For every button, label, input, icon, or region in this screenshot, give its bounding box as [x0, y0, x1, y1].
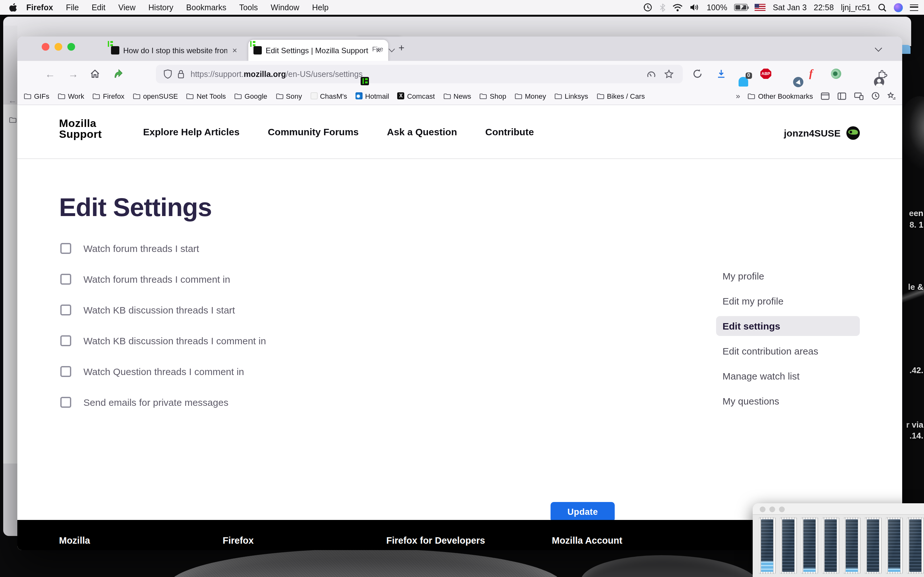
bookmark-folder-money[interactable]: Money: [515, 92, 546, 100]
menu-edit[interactable]: Edit: [86, 3, 112, 12]
home-icon[interactable]: [90, 69, 100, 79]
meter-window-titlebar[interactable]: [753, 503, 924, 515]
bookmark-folder-opensuse[interactable]: openSUSE: [133, 92, 178, 100]
footer-col-firefox[interactable]: Firefox: [223, 535, 386, 546]
back-arrow-icon[interactable]: ←: [8, 95, 17, 105]
sidebar-item-my-profile[interactable]: My profile: [716, 266, 860, 286]
menu-help[interactable]: Help: [306, 3, 335, 12]
nav-community-forums[interactable]: Community Forums: [268, 126, 359, 137]
checkbox-send-emails-private-messages[interactable]: [60, 397, 71, 408]
siri-icon[interactable]: [894, 3, 903, 12]
back-button[interactable]: ←: [45, 68, 55, 80]
lock-icon[interactable]: [177, 69, 185, 79]
tab-edit-settings[interactable]: Edit Settings | Mozilla Support ×: [248, 40, 388, 61]
green-eye-extension-icon[interactable]: [831, 69, 841, 79]
volume-icon[interactable]: [690, 3, 700, 11]
reload-icon[interactable]: [692, 69, 703, 79]
menubar-date[interactable]: Sat Jan 3: [773, 3, 807, 12]
shield-icon[interactable]: [164, 69, 172, 79]
background-tab-label[interactable]: Fire: [372, 45, 388, 53]
other-bookmarks[interactable]: Other Bookmarks: [748, 92, 813, 100]
update-button[interactable]: Update: [551, 502, 615, 520]
bookmark-folder-bikes-cars[interactable]: Bikes / Cars: [596, 92, 645, 100]
forward-button[interactable]: →: [68, 68, 78, 80]
tab-manager-icon[interactable]: [821, 92, 830, 100]
menu-tools[interactable]: Tools: [233, 3, 264, 12]
bookmark-chasms[interactable]: ChasM's: [310, 92, 347, 100]
tab-how-do-i-stop[interactable]: How do I stop this website from ×: [106, 40, 244, 61]
mozilla-support-logo[interactable]: Mozilla Support: [59, 118, 102, 140]
bookmark-folder-work[interactable]: Work: [58, 92, 84, 100]
menu-view[interactable]: View: [112, 3, 142, 12]
download-icon[interactable]: [716, 69, 726, 79]
bookmark-folder-linksys[interactable]: Linksys: [554, 92, 588, 100]
sidebar-item-manage-watch-list[interactable]: Manage watch list: [716, 366, 860, 386]
footer-col-firefox-developers[interactable]: Firefox for Developers: [386, 535, 552, 546]
bookmark-star-icon[interactable]: [664, 69, 674, 79]
sidebar-item-edit-contribution-areas[interactable]: Edit contribution areas: [716, 341, 860, 361]
bookmark-folder-sony[interactable]: Sony: [276, 92, 302, 100]
cursor-extension-icon[interactable]: [793, 77, 803, 87]
adblock-plus-icon[interactable]: ABP: [760, 69, 771, 79]
sidebar-item-my-questions[interactable]: My questions: [716, 391, 860, 411]
menu-window[interactable]: Window: [264, 3, 306, 12]
tab-close-icon[interactable]: ×: [232, 45, 237, 55]
url-bar[interactable]: https://support.mozilla.org/en-US/users/…: [156, 65, 683, 83]
notification-center-icon[interactable]: [910, 4, 918, 11]
bookmark-folder-google[interactable]: Google: [234, 92, 267, 100]
meter-column[interactable]: [907, 517, 924, 574]
ghostery-icon[interactable]: 0: [738, 77, 748, 87]
bookmark-folder-net-tools[interactable]: Net Tools: [186, 92, 226, 100]
flash-extension-icon[interactable]: f: [809, 69, 813, 79]
history-clock-icon[interactable]: [871, 92, 880, 100]
tab-favicon-sumo[interactable]: [360, 77, 369, 85]
meter-column[interactable]: [885, 517, 903, 574]
checkbox-watch-forum-threads-start[interactable]: [60, 243, 71, 254]
time-machine-icon[interactable]: [643, 3, 653, 12]
devices-sync-icon[interactable]: [854, 92, 864, 100]
inactive-zoom-button[interactable]: [779, 506, 785, 512]
nav-contribute[interactable]: Contribute: [485, 126, 534, 137]
minimize-button[interactable]: [55, 43, 62, 51]
nav-explore-help-articles[interactable]: Explore Help Articles: [143, 126, 240, 137]
meter-column[interactable]: [758, 517, 776, 574]
checkbox-watch-kb-threads-start[interactable]: [60, 305, 71, 316]
meter-column[interactable]: [801, 517, 818, 574]
bookmark-folder-firefox[interactable]: Firefox: [93, 92, 124, 100]
bookmark-comcast[interactable]: X Comcast: [397, 92, 435, 100]
bluetooth-icon[interactable]: [660, 3, 666, 12]
us-flag-icon[interactable]: [755, 4, 766, 11]
menu-firefox[interactable]: Firefox: [20, 3, 59, 12]
spotlight-search-icon[interactable]: [878, 3, 887, 12]
close-button[interactable]: [42, 43, 49, 51]
menubar-username[interactable]: ljnj_rc51: [841, 3, 871, 12]
avatar[interactable]: [846, 126, 860, 140]
nav-ask-a-question[interactable]: Ask a Question: [387, 126, 457, 137]
sidebar-item-edit-my-profile[interactable]: Edit my profile: [716, 291, 860, 311]
bookmark-folder-news[interactable]: News: [443, 92, 471, 100]
meter-column[interactable]: [864, 517, 882, 574]
meter-column[interactable]: [780, 517, 797, 574]
menubar-time[interactable]: 22:58: [814, 3, 834, 12]
bookmarks-star-list-icon[interactable]: [887, 92, 896, 100]
menu-file[interactable]: File: [59, 3, 85, 12]
checkbox-watch-forum-threads-comment[interactable]: [60, 274, 71, 285]
bookmark-hotmail[interactable]: Hotmail: [355, 92, 389, 100]
list-all-tabs-icon[interactable]: [875, 45, 882, 52]
bookmark-folder-gifs[interactable]: GIFs: [24, 92, 49, 100]
user-menu[interactable]: jonzn4SUSE: [784, 126, 860, 140]
new-tab-button[interactable]: +: [399, 42, 405, 54]
footer-col-mozilla-account[interactable]: Mozilla Account: [552, 535, 622, 546]
sidebar-toggle-icon[interactable]: [837, 92, 846, 100]
inactive-close-button[interactable]: [760, 506, 766, 512]
meter-column[interactable]: [843, 517, 861, 574]
bookmark-folder-shop[interactable]: Shop: [480, 92, 506, 100]
apple-icon[interactable]: [9, 3, 17, 12]
meter-column[interactable]: [822, 517, 839, 574]
menu-history[interactable]: History: [142, 3, 180, 12]
bookmarks-overflow-chevron[interactable]: »: [736, 91, 740, 100]
zoom-button[interactable]: [67, 43, 75, 51]
extensions-puzzle-icon[interactable]: [877, 69, 887, 79]
sidebar-item-edit-settings[interactable]: Edit settings: [716, 316, 860, 336]
footer-col-mozilla[interactable]: Mozilla: [59, 535, 223, 546]
